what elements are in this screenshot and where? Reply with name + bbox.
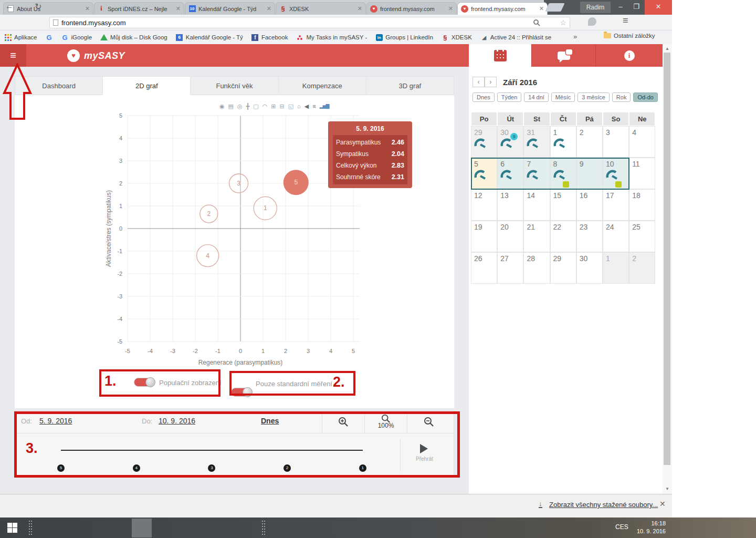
chart-bubble-3[interactable]: 3 xyxy=(229,174,248,193)
show-all-downloads-link[interactable]: Zobrazit všechny stažené soubory... xyxy=(549,501,658,509)
bookmark-item[interactable]: fFacebook xyxy=(251,34,288,41)
calendar-day-cell[interactable]: 17 xyxy=(603,189,629,221)
bookmark-item[interactable]: GiGoogle xyxy=(61,34,92,41)
calendar-day-cell[interactable]: 15 xyxy=(550,189,576,221)
calendar-day-cell[interactable]: 1 xyxy=(550,126,576,158)
calendar-day-cell[interactable]: 24 xyxy=(603,221,629,252)
app-tab-3d-graf[interactable]: 3D graf xyxy=(366,76,454,95)
bookmark-item[interactable]: §XDESK xyxy=(442,34,472,41)
range-button-m-s-c[interactable]: Měsíc xyxy=(551,92,575,102)
calendar-day-cell[interactable]: 29 xyxy=(471,126,497,158)
calendar-day-cell[interactable]: 8 xyxy=(550,158,576,189)
calendar-day-cell[interactable]: 27 xyxy=(497,252,523,284)
tab-close-icon[interactable]: ✕ xyxy=(539,5,544,12)
bookmark-star-icon[interactable]: ☆ xyxy=(560,18,566,27)
reload-button[interactable]: ↻ xyxy=(35,2,41,12)
range-button-dnes[interactable]: Dnes xyxy=(472,92,495,102)
other-bookmarks-folder[interactable]: Ostatní záložky xyxy=(604,32,655,39)
browser-tab[interactable]: ♥frontend.mysasy.com✕ xyxy=(457,2,548,15)
calendar-day-cell[interactable]: 309 xyxy=(497,126,523,158)
calendar-day-cell[interactable]: 12 xyxy=(471,189,497,221)
calendar-day-cell[interactable]: 5 xyxy=(471,158,497,189)
calendar-day-cell[interactable]: 2 xyxy=(629,252,655,284)
calendar-day-cell[interactable]: 10 xyxy=(603,158,629,189)
calendar-day-cell[interactable]: 23 xyxy=(576,221,603,252)
close-button[interactable]: ✕ xyxy=(645,0,672,15)
bookmark-item[interactable]: G xyxy=(45,34,52,41)
calendar-day-cell[interactable]: 4 xyxy=(629,126,655,158)
browser-tab[interactable]: About Us✕ xyxy=(3,2,93,15)
downloads-close-icon[interactable]: ✕ xyxy=(659,500,666,508)
calendar-day-cell[interactable]: 16 xyxy=(576,189,603,221)
calendar-prev-button[interactable]: ‹ xyxy=(472,77,485,87)
calendar-day-cell[interactable]: 7 xyxy=(523,158,550,189)
calendar-next-button[interactable]: › xyxy=(485,77,497,87)
browser-tab[interactable]: 10Kalendář Google - Týd✕ xyxy=(185,2,275,15)
url-text[interactable]: frontend.mysasy.com xyxy=(61,19,530,27)
calendar-day-cell[interactable]: 28 xyxy=(523,252,550,284)
calendar-day-cell[interactable]: 3 xyxy=(603,126,629,158)
sidebar-tab-calendar[interactable] xyxy=(469,44,531,67)
calendar-day-cell[interactable]: 11 xyxy=(629,158,655,189)
chart-bubble-4[interactable]: 4 xyxy=(197,245,219,267)
calendar-day-cell[interactable]: 1 xyxy=(603,252,629,284)
sidebar-tab-info[interactable]: i xyxy=(595,44,663,67)
calendar-day-cell[interactable]: 6 xyxy=(497,158,523,189)
calendar-day-cell[interactable]: 25 xyxy=(629,221,655,252)
chart-bubble-1[interactable]: 1 xyxy=(254,196,277,220)
bookmark-item[interactable]: My Tasks in mySASY - xyxy=(296,34,367,41)
calendar-day-cell[interactable]: 29 xyxy=(550,252,576,284)
app-tab-kompenzace[interactable]: Kompenzace xyxy=(279,76,366,95)
back-button[interactable]: ← xyxy=(5,2,14,11)
range-button-rok[interactable]: Rok xyxy=(612,92,631,102)
calendar-day-cell[interactable]: 2 xyxy=(576,126,603,158)
calendar-day-cell[interactable]: 26 xyxy=(471,252,497,284)
app-tab-funk-n-v-k[interactable]: Funkční věk xyxy=(191,76,278,95)
range-button-od-do[interactable]: Od-do xyxy=(633,92,658,102)
bookmarks-overflow-chevron[interactable]: » xyxy=(573,33,577,40)
calendar-day-cell[interactable]: 14 xyxy=(523,189,550,221)
range-button-t-den[interactable]: Týden xyxy=(497,92,522,102)
app-tab-2d-graf[interactable]: 2D graf xyxy=(103,76,191,95)
bookmark-item[interactable]: Můj disk – Disk Goog xyxy=(100,34,167,41)
calendar-day-cell[interactable]: 30 xyxy=(576,252,603,284)
calendar-day-cell[interactable]: 31 xyxy=(523,126,550,158)
scroll-up-arrow[interactable]: ▲ xyxy=(665,46,669,51)
forward-button[interactable]: → xyxy=(20,2,28,11)
drop-extension-icon[interactable] xyxy=(588,17,596,26)
bookmark-item[interactable]: inGroups | LinkedIn xyxy=(375,34,433,41)
tab-close-icon[interactable]: ✕ xyxy=(85,5,90,12)
browser-tab[interactable]: §XDESK✕ xyxy=(276,2,366,15)
calendar-day-cell[interactable]: 9 xyxy=(576,158,603,189)
bookmark-item[interactable]: 6Kalendář Google - Tý xyxy=(176,34,243,41)
calendar-day-cell[interactable]: 19 xyxy=(471,221,497,252)
scrollbar-thumb[interactable] xyxy=(664,53,670,465)
calendar-day-cell[interactable]: 21 xyxy=(523,221,550,252)
address-bar[interactable]: frontend.mysasy.com ☆ xyxy=(49,17,570,28)
profile-button[interactable]: Radim xyxy=(580,2,611,13)
search-icon[interactable] xyxy=(533,19,541,27)
tab-close-icon[interactable]: ✕ xyxy=(176,5,181,12)
calendar-day-cell[interactable]: 22 xyxy=(550,221,576,252)
bookmark-item[interactable]: ◢Active 24 :: Přihlásit se xyxy=(480,34,551,41)
sidebar-tab-chat[interactable] xyxy=(531,44,595,67)
chrome-menu-icon[interactable]: ≡ xyxy=(623,15,628,26)
calendar-day-cell[interactable]: 20 xyxy=(497,221,523,252)
taskbar-clock[interactable]: 16:18 10. 9. 2016 xyxy=(630,520,666,535)
range-button-3-m-s-ce[interactable]: 3 měsíce xyxy=(578,92,610,102)
calendar-day-cell[interactable]: 13 xyxy=(497,189,523,221)
range-button-14-dn-[interactable]: 14 dní xyxy=(524,92,549,102)
chart-bubble-2[interactable]: 2 xyxy=(200,205,218,223)
tab-close-icon[interactable]: ✕ xyxy=(267,5,271,12)
tab-close-icon[interactable]: ✕ xyxy=(358,5,362,12)
restore-button[interactable]: ❐ xyxy=(629,0,644,15)
language-indicator[interactable]: CES xyxy=(615,523,628,531)
minimize-button[interactable]: – xyxy=(613,0,628,15)
scroll-down-arrow[interactable]: ▼ xyxy=(665,487,669,491)
browser-tab[interactable]: ♥frontend.mysasy.com✕ xyxy=(366,2,457,15)
browser-tab[interactable]: iSport iDNES.cz – Nejle✕ xyxy=(94,2,184,15)
chart-bubble-5[interactable]: 5 xyxy=(284,170,309,195)
bookmark-item[interactable]: Aplikace xyxy=(4,34,37,41)
tab-close-icon[interactable]: ✕ xyxy=(448,5,453,12)
start-button[interactable] xyxy=(7,523,18,533)
